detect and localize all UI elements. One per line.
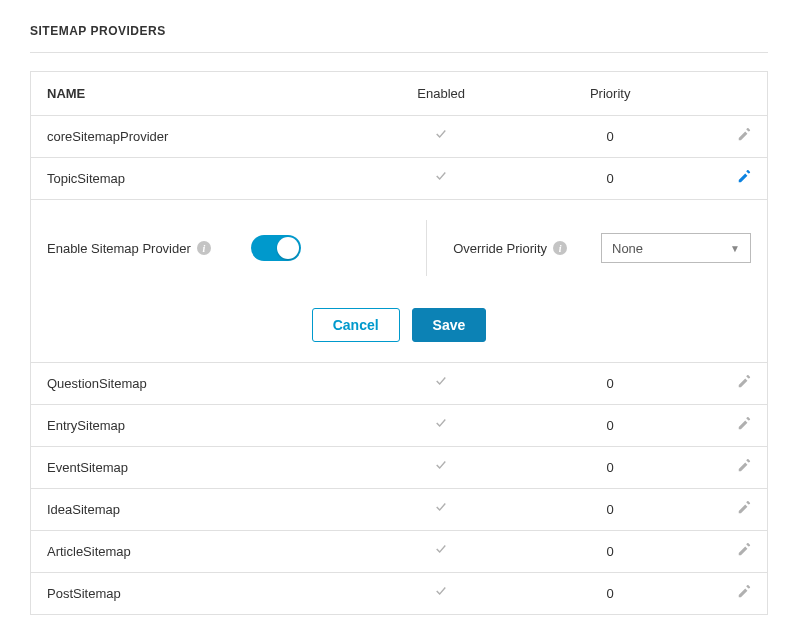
table-row: TopicSitemap 0	[31, 158, 767, 200]
priority-control-group: Override Priority i None ▼	[427, 233, 751, 263]
provider-name: PostSitemap	[47, 586, 357, 601]
provider-name: coreSitemapProvider	[47, 129, 357, 144]
provider-priority: 0	[526, 544, 695, 559]
edit-panel-controls: Enable Sitemap Provider i Override Prior…	[47, 214, 751, 300]
check-icon	[434, 130, 448, 145]
edit-icon[interactable]	[737, 461, 751, 476]
provider-priority: 0	[526, 418, 695, 433]
override-priority-label: Override Priority i	[453, 241, 567, 256]
section-title: SITEMAP PROVIDERS	[30, 24, 768, 53]
provider-enabled	[357, 375, 526, 392]
priority-select-value: None	[612, 241, 643, 256]
provider-priority: 0	[526, 376, 695, 391]
column-header-enabled: Enabled	[357, 86, 526, 101]
provider-priority: 0	[526, 502, 695, 517]
provider-name: QuestionSitemap	[47, 376, 357, 391]
check-icon	[434, 172, 448, 187]
provider-enabled	[357, 543, 526, 560]
edit-panel: Enable Sitemap Provider i Override Prior…	[31, 200, 767, 363]
provider-name: TopicSitemap	[47, 171, 357, 186]
provider-priority: 0	[526, 129, 695, 144]
provider-enabled	[357, 501, 526, 518]
table-row: coreSitemapProvider 0	[31, 116, 767, 158]
info-icon[interactable]: i	[197, 241, 211, 255]
enable-control-group: Enable Sitemap Provider i	[47, 220, 427, 276]
priority-select[interactable]: None ▼	[601, 233, 751, 263]
provider-enabled	[357, 585, 526, 602]
check-icon	[434, 587, 448, 602]
provider-name: EventSitemap	[47, 460, 357, 475]
provider-name: IdeaSitemap	[47, 502, 357, 517]
edit-icon[interactable]	[737, 172, 751, 187]
check-icon	[434, 503, 448, 518]
edit-icon[interactable]	[737, 503, 751, 518]
table-row: ArticleSitemap0	[31, 531, 767, 573]
edit-icon[interactable]	[737, 587, 751, 602]
provider-priority: 0	[526, 171, 695, 186]
provider-priority: 0	[526, 460, 695, 475]
column-header-priority: Priority	[526, 86, 695, 101]
edit-icon[interactable]	[737, 130, 751, 145]
edit-icon[interactable]	[737, 377, 751, 392]
table-row: EntrySitemap0	[31, 405, 767, 447]
enable-toggle[interactable]	[251, 235, 301, 261]
edit-icon[interactable]	[737, 545, 751, 560]
caret-down-icon: ▼	[730, 243, 740, 254]
provider-priority: 0	[526, 586, 695, 601]
check-icon	[434, 419, 448, 434]
save-button[interactable]: Save	[412, 308, 487, 342]
check-icon	[434, 377, 448, 392]
table-row: EventSitemap0	[31, 447, 767, 489]
provider-enabled	[357, 128, 526, 145]
override-priority-label-text: Override Priority	[453, 241, 547, 256]
table-row: PostSitemap0	[31, 573, 767, 614]
provider-enabled	[357, 417, 526, 434]
table-row: QuestionSitemap0	[31, 363, 767, 405]
provider-enabled	[357, 459, 526, 476]
cancel-button[interactable]: Cancel	[312, 308, 400, 342]
sitemap-providers-table: NAME Enabled Priority coreSitemapProvide…	[30, 71, 768, 615]
enable-label-text: Enable Sitemap Provider	[47, 241, 191, 256]
toggle-knob	[277, 237, 299, 259]
column-header-name: NAME	[47, 86, 357, 101]
table-row: IdeaSitemap0	[31, 489, 767, 531]
provider-enabled	[357, 170, 526, 187]
enable-label: Enable Sitemap Provider i	[47, 241, 211, 256]
edit-icon[interactable]	[737, 419, 751, 434]
edit-panel-actions: Cancel Save	[47, 300, 751, 342]
check-icon	[434, 461, 448, 476]
provider-name: ArticleSitemap	[47, 544, 357, 559]
check-icon	[434, 545, 448, 560]
info-icon[interactable]: i	[553, 241, 567, 255]
provider-name: EntrySitemap	[47, 418, 357, 433]
table-header: NAME Enabled Priority	[31, 72, 767, 116]
